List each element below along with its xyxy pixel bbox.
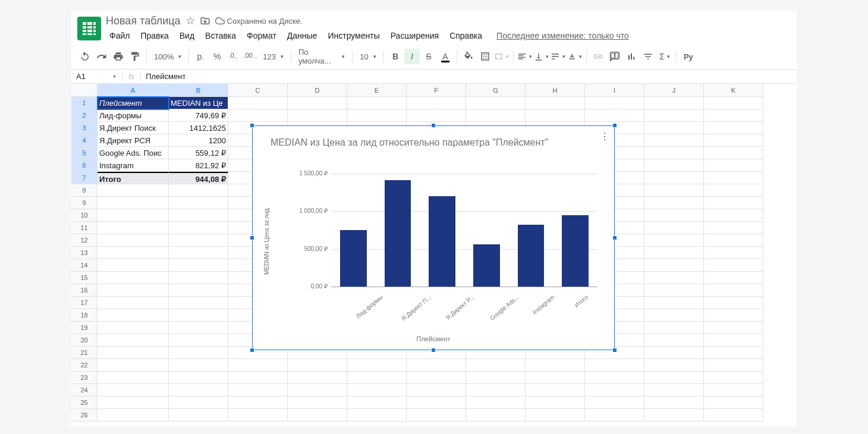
- cell-J3[interactable]: [644, 122, 704, 134]
- cell-B8[interactable]: [169, 184, 228, 197]
- col-header-C[interactable]: C: [228, 84, 288, 97]
- bar-3[interactable]: [473, 244, 500, 287]
- comment-button[interactable]: [607, 49, 622, 64]
- cell-B14[interactable]: [169, 259, 228, 272]
- cell-K2[interactable]: [704, 109, 763, 122]
- cell-B5[interactable]: 559,12 ₽: [169, 147, 228, 159]
- cell-K4[interactable]: [704, 134, 763, 147]
- cell-C1[interactable]: [228, 97, 288, 109]
- cell-A1[interactable]: Плейсмент: [98, 97, 169, 109]
- cell-A10[interactable]: [98, 209, 169, 222]
- functions-button[interactable]: Σ: [657, 49, 672, 64]
- link-button[interactable]: [590, 49, 606, 64]
- cell-B17[interactable]: [169, 297, 228, 309]
- italic-button[interactable]: I: [404, 49, 420, 64]
- cell-A14[interactable]: [98, 259, 169, 272]
- cell-K22[interactable]: [704, 359, 763, 372]
- cell-K11[interactable]: [704, 222, 763, 234]
- cell-E26[interactable]: [347, 409, 407, 422]
- menu-Вставка[interactable]: Вставка: [202, 30, 240, 42]
- cell-B10[interactable]: [169, 209, 228, 222]
- cell-K13[interactable]: [704, 247, 763, 259]
- cell-F22[interactable]: [407, 359, 466, 372]
- cell-B16[interactable]: [169, 284, 228, 297]
- cell-D2[interactable]: [288, 109, 347, 122]
- cell-J10[interactable]: [644, 209, 704, 222]
- cell-A26[interactable]: [98, 409, 169, 422]
- col-header-E[interactable]: E: [347, 84, 407, 97]
- cell-K5[interactable]: [704, 147, 763, 159]
- cell-J5[interactable]: [644, 147, 704, 159]
- cell-J13[interactable]: [644, 247, 704, 259]
- cell-B25[interactable]: [169, 397, 228, 409]
- cell-K15[interactable]: [704, 272, 763, 284]
- cell-A17[interactable]: [98, 297, 169, 309]
- bar-2[interactable]: [429, 196, 455, 287]
- menu-Расширения[interactable]: Расширения: [387, 30, 442, 42]
- col-header-D[interactable]: D: [288, 84, 347, 97]
- row-header-6[interactable]: 6: [71, 159, 98, 172]
- cell-A3[interactable]: Я.Директ Поиск: [98, 122, 169, 134]
- cell-H26[interactable]: [526, 409, 585, 422]
- cell-B3[interactable]: 1412,1625: [169, 122, 228, 134]
- fill-color-button[interactable]: [461, 49, 476, 64]
- cell-A11[interactable]: [98, 222, 169, 234]
- cell-B26[interactable]: [169, 409, 228, 422]
- row-header-5[interactable]: 5: [71, 147, 98, 159]
- cell-K6[interactable]: [704, 159, 763, 172]
- cell-A23[interactable]: [98, 372, 169, 384]
- percent-button[interactable]: %: [209, 49, 225, 64]
- resize-handle[interactable]: [250, 348, 254, 353]
- cell-B12[interactable]: [169, 234, 228, 247]
- cell-J21[interactable]: [644, 347, 704, 359]
- cell-J12[interactable]: [644, 234, 704, 247]
- cell-A4[interactable]: Я.Директ РСЯ: [98, 134, 169, 147]
- menu-Вид[interactable]: Вид: [176, 30, 198, 42]
- cell-D25[interactable]: [288, 397, 347, 409]
- col-header-K[interactable]: K: [704, 84, 763, 97]
- strikethrough-button[interactable]: S: [421, 49, 436, 64]
- last-change-link[interactable]: Последнее изменение: только что: [496, 31, 629, 40]
- name-box[interactable]: A1▼: [71, 72, 122, 81]
- cell-J11[interactable]: [644, 222, 704, 234]
- cell-J26[interactable]: [644, 409, 704, 422]
- row-header-17[interactable]: 17: [71, 297, 98, 309]
- cell-G2[interactable]: [466, 109, 526, 122]
- resize-handle[interactable]: [431, 123, 436, 128]
- cell-J20[interactable]: [644, 334, 704, 347]
- bar-1[interactable]: [385, 180, 411, 287]
- cell-F23[interactable]: [407, 372, 466, 384]
- row-header-16[interactable]: 16: [71, 284, 98, 297]
- python-button[interactable]: Py: [680, 52, 697, 61]
- cell-J7[interactable]: [644, 172, 704, 184]
- text-color-button[interactable]: A: [438, 49, 453, 64]
- menu-Данные[interactable]: Данные: [284, 30, 321, 42]
- increase-decimal-button[interactable]: .00→: [243, 49, 258, 64]
- decrease-decimal-button[interactable]: .0←: [226, 49, 241, 64]
- row-header-18[interactable]: 18: [71, 309, 98, 322]
- cell-K24[interactable]: [704, 384, 763, 397]
- col-header-B[interactable]: B: [169, 84, 228, 97]
- row-header-4[interactable]: 4: [71, 134, 98, 147]
- undo-button[interactable]: [77, 49, 93, 64]
- row-header-1[interactable]: 1: [71, 97, 98, 109]
- cell-A25[interactable]: [98, 397, 169, 409]
- cell-F2[interactable]: [407, 109, 466, 122]
- cell-B2[interactable]: 749,69 ₽: [169, 109, 228, 122]
- resize-handle[interactable]: [612, 123, 617, 128]
- row-header-14[interactable]: 14: [71, 259, 98, 272]
- menu-Формат[interactable]: Формат: [243, 30, 280, 42]
- chart-menu-icon[interactable]: ⋮: [600, 131, 609, 142]
- cell-K18[interactable]: [704, 309, 763, 322]
- row-header-19[interactable]: 19: [71, 322, 98, 334]
- bar-5[interactable]: [562, 215, 589, 287]
- cell-A15[interactable]: [98, 272, 169, 284]
- col-header-A[interactable]: A: [98, 84, 169, 97]
- cell-E2[interactable]: [347, 109, 407, 122]
- text-wrap-button[interactable]: [551, 49, 566, 64]
- cell-K10[interactable]: [704, 209, 763, 222]
- star-icon[interactable]: ☆: [185, 14, 195, 27]
- cell-I1[interactable]: [585, 97, 644, 109]
- row-header-21[interactable]: 21: [71, 347, 98, 359]
- borders-button[interactable]: [477, 49, 493, 64]
